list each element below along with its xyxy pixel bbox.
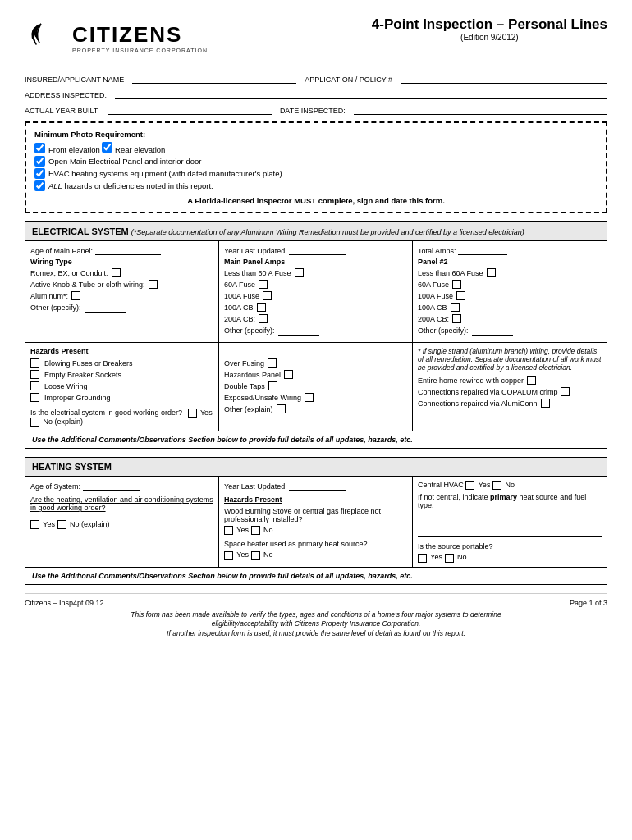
electrical-header: Electrical System (*Separate documentati… <box>25 222 607 241</box>
cb100-checkbox[interactable] <box>257 303 266 312</box>
primary-bold: primary <box>490 493 517 501</box>
address-line <box>115 88 607 99</box>
wood-yes-checkbox[interactable] <box>224 526 233 535</box>
p2-fuse100-checkbox[interactable] <box>456 291 465 300</box>
year-row: ACTUAL YEAR BUILT: DATE INSPECTED: <box>25 103 607 115</box>
central-hvac-no-checkbox[interactable] <box>492 481 501 490</box>
p2-fuse60-checkbox[interactable] <box>452 280 461 289</box>
photo-label-1: Front elevation Rear elevation <box>48 142 165 154</box>
knob-tube-checkbox[interactable] <box>149 280 158 289</box>
hvac-yes-checkbox[interactable] <box>30 520 39 529</box>
exposed-wiring-label: Exposed/Unsafe Wiring <box>224 394 301 402</box>
p2-other-row: Other (specify): <box>418 326 602 336</box>
logo-name: CITIZENS <box>72 22 208 48</box>
heating-bottom-note: Use the Additional Comments/Observations… <box>25 567 607 584</box>
footer-left: Citizens – Insp4pt 09 12 <box>25 599 104 607</box>
empty-breaker-checkbox[interactable] <box>30 370 39 379</box>
hazardous-panel-checkbox[interactable] <box>284 370 293 379</box>
heating-grid: Age of System: Are the heating, ventilat… <box>25 477 607 566</box>
improper-grounding-label: Improper Grounding <box>44 394 111 402</box>
working-order-yes-checkbox[interactable] <box>188 409 197 418</box>
cb200-checkbox[interactable] <box>259 314 268 323</box>
p2-less60-checkbox[interactable] <box>487 268 496 277</box>
space-heater-yn: Yes No <box>224 550 407 559</box>
p2-cb200-checkbox[interactable] <box>452 314 461 323</box>
photo-requirements-box: Minimum Photo Requirement: Front elevati… <box>25 121 607 213</box>
heating-header: Heating System <box>25 458 607 477</box>
rewired-checkbox[interactable] <box>527 376 536 385</box>
address-row: ADDRESS INSPECTED: <box>25 88 607 99</box>
total-amps-label: Total Amps: <box>418 245 602 255</box>
heating-col2: Year Last Updated: Hazards Present Wood … <box>219 477 413 566</box>
photo-check-2[interactable] <box>34 156 45 167</box>
electrical-col1: Age of Main Panel: Wiring Type Romex, BX… <box>25 241 219 342</box>
double-taps-row: Double Taps <box>224 381 407 390</box>
photo-check-3[interactable] <box>34 168 45 179</box>
p2-less60-row: Less than 60A Fuse <box>418 268 602 277</box>
p2-other-label: Other (specify): <box>418 326 469 335</box>
hazards-col3: * If single strand (aluminum branch) wir… <box>413 343 607 431</box>
fuse100-row: 100A Fuse <box>224 291 407 300</box>
logo-subtitle: PROPERTY INSURANCE CORPORATION <box>72 48 208 53</box>
wood-stove-yn: Yes No <box>224 526 407 535</box>
fuse60-checkbox[interactable] <box>259 280 268 289</box>
over-fusing-checkbox[interactable] <box>268 358 277 368</box>
improper-grounding-checkbox[interactable] <box>30 393 39 402</box>
p2-cb100-label: 100A CB <box>418 304 447 312</box>
other-explain-checkbox[interactable] <box>277 404 286 413</box>
double-taps-checkbox[interactable] <box>268 381 277 390</box>
hazards-title: Hazards Present <box>30 347 213 355</box>
space-no-checkbox[interactable] <box>251 551 260 560</box>
page-header: CITIZENS PROPERTY INSURANCE CORPORATION … <box>25 16 607 59</box>
p2-cb100-checkbox[interactable] <box>451 303 460 312</box>
photo-check-4[interactable] <box>34 180 45 191</box>
electrical-section: Electrical System (*Separate documentati… <box>25 221 607 449</box>
hvac-no-checkbox[interactable] <box>57 520 66 529</box>
other-amps-row: Other (specify): <box>224 326 407 336</box>
loose-wiring-checkbox[interactable] <box>30 381 39 390</box>
over-fusing-row: Over Fusing <box>224 358 407 368</box>
aluminum-note: * If single strand (aluminum branch) wir… <box>418 347 602 372</box>
photo-check-1[interactable] <box>34 143 45 153</box>
p2-cb200-row: 200A CB: <box>418 314 602 323</box>
insured-row: INSURED/APPLICANT NAME APPLICATION / POL… <box>25 72 607 84</box>
alumiconn-checkbox[interactable] <box>541 399 550 408</box>
date-label: DATE INSPECTED: <box>280 107 346 115</box>
heat-source-line <box>418 512 602 523</box>
electrical-bottom-note: Use the Additional Comments/Observations… <box>25 431 607 448</box>
footer-right: Page 1 of 3 <box>570 599 607 607</box>
wood-no-checkbox[interactable] <box>251 526 260 535</box>
photo-check-rear[interactable] <box>102 142 112 153</box>
blowing-fuses-checkbox[interactable] <box>30 358 39 368</box>
portable-yes-checkbox[interactable] <box>418 554 427 563</box>
loose-wiring-row: Loose Wiring <box>30 381 213 390</box>
other-explain-label: Other (explain) <box>224 405 273 413</box>
space-yes-checkbox[interactable] <box>224 551 233 560</box>
p2-fuse100-label: 100A Fuse <box>418 292 453 300</box>
copalum-checkbox[interactable] <box>561 387 570 396</box>
photo-item-2: Open Main Electrical Panel and interior … <box>34 156 598 167</box>
footer-note-3: If another inspection form is used, it m… <box>25 629 607 639</box>
aluminum-checkbox[interactable] <box>71 291 80 300</box>
other-wiring-row: Other (specify): <box>30 303 213 313</box>
fuse100-checkbox[interactable] <box>263 291 272 300</box>
hazardous-panel-row: Hazardous Panel <box>224 370 407 379</box>
page-footer: Citizens – Insp4pt 09 12 Page 1 of 3 Thi… <box>25 593 607 640</box>
form-title-area: 4-Point Inspection – Personal Lines (Edi… <box>372 16 607 42</box>
romex-checkbox[interactable] <box>112 268 121 277</box>
exposed-wiring-checkbox[interactable] <box>305 393 314 402</box>
wiring-type-label: Wiring Type <box>30 258 213 266</box>
heat-source-line2 <box>418 526 602 537</box>
application-line <box>401 72 607 84</box>
central-hvac-yes-checkbox[interactable] <box>465 481 474 490</box>
alumiconn-row: Connections repaired via AlumiConn <box>418 399 602 408</box>
less60-checkbox[interactable] <box>295 268 304 277</box>
working-order-row: Is the electrical system in good working… <box>30 409 213 427</box>
electrical-top-grid: Age of Main Panel: Wiring Type Romex, BX… <box>25 241 607 342</box>
hazardous-panel-label: Hazardous Panel <box>224 371 281 379</box>
portable-no-checkbox[interactable] <box>445 554 454 563</box>
hazards-present-label: Hazards Present <box>224 495 407 504</box>
address-label: ADDRESS INSPECTED: <box>25 91 107 99</box>
electrical-col3: Total Amps: Panel #2 Less than 60A Fuse … <box>413 241 607 342</box>
working-order-no-checkbox[interactable] <box>30 418 39 427</box>
